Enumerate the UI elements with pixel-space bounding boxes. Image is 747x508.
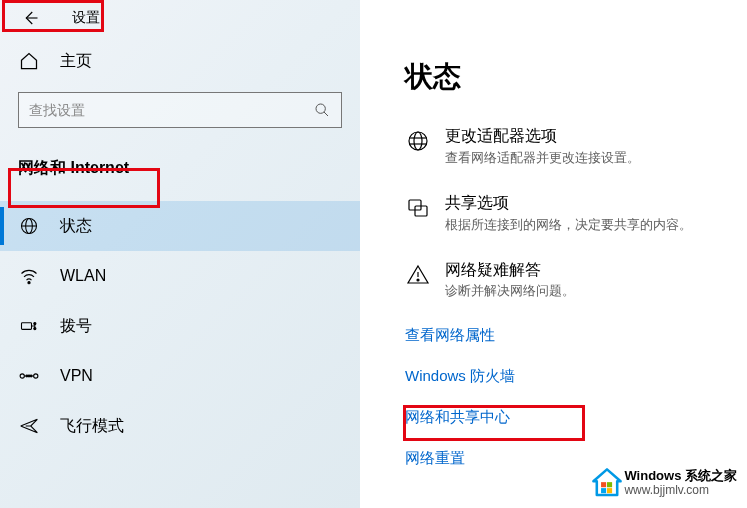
nav-item-status[interactable]: 状态	[0, 201, 360, 251]
svg-rect-27	[607, 488, 612, 493]
svg-point-10	[20, 374, 24, 378]
watermark: Windows 系统之家 www.bjjmlv.com	[584, 462, 743, 504]
home-label: 主页	[60, 51, 92, 72]
nav-label: 飞行模式	[60, 416, 124, 437]
option-title: 共享选项	[445, 193, 692, 214]
option-troubleshoot[interactable]: 网络疑难解答 诊断并解决网络问题。	[405, 260, 747, 301]
section-title-prefix: 网络和	[18, 159, 66, 176]
window-title: 设置	[72, 9, 100, 27]
svg-point-15	[30, 375, 32, 377]
nav-item-dialup[interactable]: 拨号	[0, 301, 360, 351]
svg-rect-26	[602, 488, 607, 493]
house-logo-icon	[590, 466, 624, 500]
home-icon	[18, 50, 40, 72]
link-network-props[interactable]: 查看网络属性	[405, 326, 747, 345]
airplane-icon	[18, 415, 40, 437]
option-title: 网络疑难解答	[445, 260, 575, 281]
home-nav-item[interactable]: 主页	[0, 36, 360, 84]
option-title: 更改适配器选项	[445, 126, 640, 147]
svg-point-1	[316, 104, 325, 113]
svg-rect-25	[607, 482, 612, 487]
nav-item-wlan[interactable]: WLAN	[0, 251, 360, 301]
search-box[interactable]	[18, 92, 342, 128]
svg-rect-24	[602, 482, 607, 487]
nav-label: WLAN	[60, 267, 106, 285]
svg-point-6	[28, 282, 30, 284]
svg-line-2	[324, 112, 328, 116]
link-sharing-center[interactable]: 网络和共享中心	[405, 408, 747, 427]
option-subtitle: 查看网络适配器并更改连接设置。	[445, 149, 640, 167]
settings-sidebar: 设置 主页 网络和 Internet	[0, 0, 360, 508]
vpn-icon	[18, 365, 40, 387]
svg-point-23	[417, 279, 419, 281]
svg-rect-7	[22, 323, 32, 330]
share-icon	[405, 195, 431, 221]
dialup-icon	[18, 315, 40, 337]
link-firewall[interactable]: Windows 防火墙	[405, 367, 747, 386]
section-title-suffix: Internet	[66, 159, 129, 176]
option-sharing[interactable]: 共享选项 根据所连接到的网络，决定要共享的内容。	[405, 193, 747, 234]
option-subtitle: 诊断并解决网络问题。	[445, 282, 575, 300]
header-bar: 设置	[0, 0, 360, 36]
svg-point-13	[26, 375, 28, 377]
warning-icon	[405, 262, 431, 288]
svg-point-11	[34, 374, 38, 378]
world-icon	[405, 128, 431, 154]
svg-point-17	[414, 132, 422, 150]
back-button[interactable]	[16, 4, 44, 32]
svg-point-16	[409, 132, 427, 150]
nav-item-vpn[interactable]: VPN	[0, 351, 360, 401]
nav-list: 状态 WLAN 拨号	[0, 201, 360, 451]
option-adapter[interactable]: 更改适配器选项 查看网络适配器并更改连接设置。	[405, 126, 747, 167]
watermark-url: www.bjjmlv.com	[624, 484, 737, 498]
link-list: 查看网络属性 Windows 防火墙 网络和共享中心 网络重置	[405, 326, 747, 468]
nav-label: 拨号	[60, 316, 92, 337]
back-arrow-icon	[21, 9, 39, 27]
search-input[interactable]	[29, 102, 313, 118]
search-container	[18, 92, 342, 128]
section-title: 网络和 Internet	[0, 148, 360, 189]
content-pane: 状态 更改适配器选项 查看网络适配器并更改连接设置。 共享选项 根据所连接到的网…	[405, 0, 747, 490]
wifi-icon	[18, 265, 40, 287]
nav-item-airplane[interactable]: 飞行模式	[0, 401, 360, 451]
svg-point-9	[34, 327, 36, 329]
option-subtitle: 根据所连接到的网络，决定要共享的内容。	[445, 216, 692, 234]
page-title: 状态	[405, 58, 747, 96]
watermark-brand: Windows 系统之家	[624, 469, 737, 484]
nav-label: VPN	[60, 367, 93, 385]
nav-label: 状态	[60, 216, 92, 237]
search-icon	[313, 101, 331, 119]
globe-icon	[18, 215, 40, 237]
svg-point-8	[34, 322, 36, 324]
svg-point-14	[28, 375, 30, 377]
